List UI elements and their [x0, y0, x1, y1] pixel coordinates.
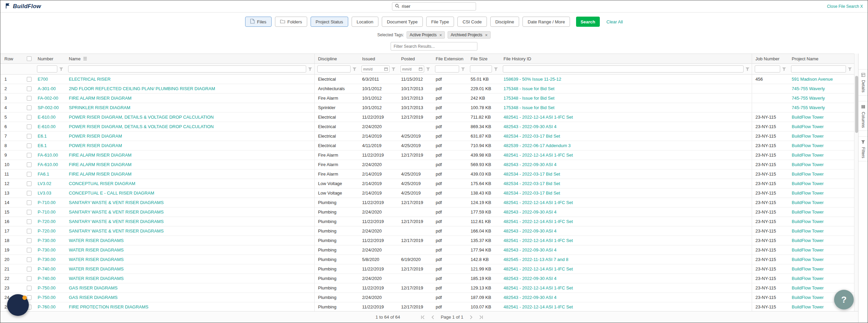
file-name-link[interactable]: SANITARY WASTE & VENT RISER DIAGRAMS: [69, 219, 164, 224]
file-history-link[interactable]: 482541 - 2022-12-14 ASI 1-IFC Set: [504, 266, 573, 271]
file-number-link[interactable]: E-610.00: [38, 115, 56, 120]
row-checkbox[interactable]: [27, 248, 32, 253]
file-history-link[interactable]: 482541 - 2022-12-14 ASI 1-IFC Set: [504, 304, 573, 309]
project-name-link[interactable]: BuildFlow Tower: [792, 285, 824, 290]
file-number-link[interactable]: FA-002-00: [38, 96, 58, 101]
next-page-button[interactable]: [469, 315, 473, 320]
project-name-link[interactable]: BuildFlow Tower: [792, 200, 824, 205]
filter-funnel-icon[interactable]: [391, 67, 396, 71]
project-name-link[interactable]: BuildFlow Tower: [792, 143, 824, 148]
folders-button[interactable]: Folders: [275, 17, 307, 27]
file-history-link[interactable]: 482543 - 2022-09-30 ASI 4: [504, 124, 556, 129]
file-name-link[interactable]: WATER RISER DIAGRAMS: [69, 247, 124, 253]
project-name-link[interactable]: BuildFlow Tower: [792, 134, 824, 139]
file-number-link[interactable]: FA6.1: [38, 171, 49, 177]
row-checkbox[interactable]: [27, 219, 32, 224]
date-range-more-button[interactable]: Date Range / More: [522, 17, 570, 27]
table-row[interactable]: 12 LV3.02 CONCEPTUAL RISER DIAGRAM Low V…: [0, 179, 854, 188]
project-name-link[interactable]: BuildFlow Tower: [792, 295, 824, 300]
table-row[interactable]: 21 P-740.00 WATER RISER DIAGRAMS Plumbin…: [0, 264, 854, 274]
filter-file-extension-input[interactable]: [435, 65, 459, 73]
filter-funnel-icon[interactable]: [308, 67, 312, 71]
table-row[interactable]: 3 FA-002-00 FIRE ALARM RISER DIAGRAM Fir…: [0, 94, 854, 103]
row-checkbox[interactable]: [27, 153, 32, 158]
row-checkbox[interactable]: [27, 200, 32, 205]
file-number-link[interactable]: E-610.00: [38, 124, 56, 129]
row-checkbox[interactable]: [27, 124, 32, 129]
file-number-link[interactable]: FA-610.00: [38, 162, 58, 167]
file-name-link[interactable]: SANITARY WASTE & VENT RISER DIAGRAMS: [69, 200, 164, 205]
file-history-link[interactable]: 482543 - 2022-09-30 ASI 4: [504, 247, 556, 253]
project-name-link[interactable]: BuildFlow Tower: [792, 228, 824, 234]
filter-posted-date-input[interactable]: [402, 67, 418, 71]
project-name-link[interactable]: BuildFlow Tower: [792, 238, 824, 243]
file-name-link[interactable]: FIRE ALARM RISER DIAGRAM: [69, 153, 132, 158]
remove-tag-icon[interactable]: ×: [439, 33, 442, 37]
file-number-link[interactable]: P-750.00: [38, 285, 56, 290]
filter-funnel-icon[interactable]: [352, 67, 357, 71]
table-row[interactable]: 2 A-301-00 2ND FLOOR REFLECTED CEILING P…: [0, 84, 854, 94]
file-history-link[interactable]: 482543 - 2022-09-30 ASI 4: [504, 228, 556, 234]
global-search-input[interactable]: [402, 4, 473, 9]
file-number-link[interactable]: E6.1: [38, 134, 47, 139]
file-name-link[interactable]: POWER RISER DIAGRAM: [69, 143, 122, 148]
project-name-link[interactable]: BuildFlow Tower: [792, 190, 824, 196]
project-name-link[interactable]: BuildFlow Tower: [792, 153, 824, 158]
row-checkbox[interactable]: [27, 181, 32, 186]
file-history-link[interactable]: 482534 - 2022-03-17 Bid Set: [504, 171, 560, 177]
column-menu-icon[interactable]: [83, 56, 87, 61]
col-header-file-history-id[interactable]: File History ID: [500, 54, 752, 63]
col-header-discipline[interactable]: Discipline: [315, 54, 359, 63]
project-name-link[interactable]: BuildFlow Tower: [792, 266, 824, 271]
row-checkbox[interactable]: [27, 276, 32, 281]
file-number-link[interactable]: P-720.00: [38, 219, 56, 224]
project-name-link[interactable]: 591 Madison Avenue: [792, 77, 833, 82]
table-row[interactable]: 11 FA6.1 FIRE ALARM RISER DIAGRAM Fire A…: [0, 169, 854, 179]
first-page-button[interactable]: [420, 315, 425, 320]
file-history-link[interactable]: 158639 - 50% Issue 11-25-12: [504, 77, 561, 82]
table-row[interactable]: 15 P-710.00 SANITARY WASTE & VENT RISER …: [0, 207, 854, 217]
table-row[interactable]: 16 P-720.00 SANITARY WASTE & VENT RISER …: [0, 217, 854, 226]
file-number-link[interactable]: P-710.00: [38, 209, 56, 215]
filter-project-name-input[interactable]: [791, 65, 846, 73]
buildflow-logo[interactable]: BuildFlow: [0, 3, 41, 10]
file-history-link[interactable]: 482539 - 2022-06-17 Addendum 3: [504, 143, 571, 148]
filter-funnel-icon[interactable]: [494, 67, 498, 71]
clear-all-link[interactable]: Clear All: [607, 19, 623, 24]
file-name-link[interactable]: FIRE ALARM RISER DIAGRAM: [69, 171, 132, 177]
file-history-link[interactable]: 175348 - Issue for Bid Set: [504, 105, 554, 110]
filter-file-history-input[interactable]: [503, 65, 744, 73]
table-row[interactable]: 19 P-730.00 WATER RISER DIAGRAMS Plumbin…: [0, 245, 854, 255]
filter-issued-date-input[interactable]: [363, 67, 383, 71]
file-history-link[interactable]: 482541 - 2022-12-14 ASI 1-IFC Set: [504, 153, 573, 158]
file-number-link[interactable]: E6.1: [38, 143, 47, 148]
file-number-link[interactable]: P-720.00: [38, 228, 56, 234]
project-name-link[interactable]: BuildFlow Tower: [792, 247, 824, 253]
file-history-link[interactable]: 482534 - 2022-03-17 Bid Set: [504, 190, 560, 196]
col-header-issued[interactable]: Issued: [359, 54, 398, 63]
file-history-link[interactable]: 175348 - Issue for Bid Set: [504, 86, 554, 91]
file-history-link[interactable]: 482534 - 2022-03-17 Bid Set: [504, 134, 560, 139]
file-name-link[interactable]: 2ND FLOOR REFLECTED CEILING PLAN/ PLUMBI…: [69, 86, 215, 91]
file-name-link[interactable]: GAS RISER DIAGRAMS: [69, 285, 118, 290]
tag-active-projects[interactable]: Active Projects ×: [407, 31, 445, 39]
calendar-icon[interactable]: [419, 66, 422, 72]
help-button[interactable]: ?: [834, 290, 854, 309]
col-header-number[interactable]: Number: [34, 54, 65, 63]
project-name-link[interactable]: BuildFlow Tower: [792, 115, 824, 120]
side-tab-filters[interactable]: Filters: [859, 136, 868, 161]
file-history-link[interactable]: 482543 - 2022-09-30 ASI 4: [504, 276, 556, 281]
file-name-link[interactable]: WATER RISER DIAGRAMS: [69, 238, 124, 243]
row-checkbox[interactable]: [27, 96, 32, 101]
filter-name-input[interactable]: [68, 65, 306, 73]
project-name-link[interactable]: BuildFlow Tower: [792, 124, 824, 129]
table-row[interactable]: 22 P-740.00 WATER RISER DIAGRAMS Plumbin…: [0, 274, 854, 283]
file-name-link[interactable]: ELECTRICAL RISER: [69, 77, 111, 82]
file-name-link[interactable]: WATER RISER DIAGRAMS: [69, 257, 124, 262]
table-row[interactable]: 23 P-750.00 GAS RISER DIAGRAMS Plumbing …: [0, 283, 854, 293]
project-name-link[interactable]: BuildFlow Tower: [792, 171, 824, 177]
row-checkbox[interactable]: [27, 229, 32, 234]
table-row[interactable]: 5 E-610.00 POWER RISER DIAGRAM, DETAILS …: [0, 113, 854, 122]
file-number-link[interactable]: P-730.00: [38, 257, 56, 262]
file-name-link[interactable]: FIRE ALARM RISER DIAGRAM: [69, 162, 132, 167]
